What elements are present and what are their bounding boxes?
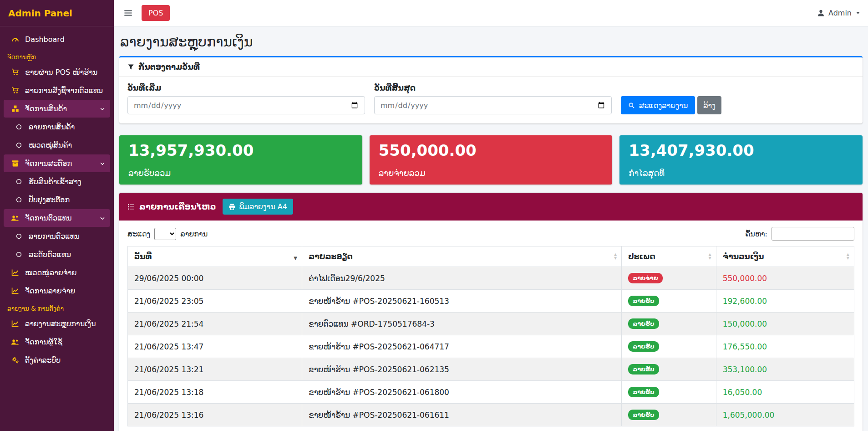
date-filter-card: ກັ່ນຕອງຕາມວັນທີ່ ວັນທີ່ເລີ່ມ ວັນທີ່ສິ້ນສ… xyxy=(119,56,863,123)
column-header-type[interactable]: ປະເພດ ▲▼ xyxy=(622,246,716,267)
sort-icon: ▲▼ xyxy=(614,253,617,260)
sidebar-item[interactable]: ລະດັບຕົວແທນ xyxy=(4,246,110,263)
show-report-button[interactable]: ສະແດງລາຍງານ xyxy=(621,96,695,114)
cell-detail: ຂາຍໜ້າຮ້ານ #POS-20250621-062135 xyxy=(302,358,622,381)
stat-card-total-expense: 550,000.00ລາຍຈ່າຍລວມ xyxy=(370,135,613,185)
start-date-input[interactable] xyxy=(127,96,365,114)
filter-title: ກັ່ນຕອງຕາມວັນທີ່ xyxy=(138,62,200,72)
sidebar-item-label: ຕັ້ງຄ່າລະບົບ xyxy=(25,356,61,364)
stat-value: 550,000.00 xyxy=(379,142,604,159)
end-date-group: ວັນທີ່ສິ້ນສຸດ xyxy=(374,83,612,114)
cell-type: ລາຍຮັບ xyxy=(622,290,716,313)
users-icon xyxy=(9,339,21,346)
chart-icon xyxy=(9,269,21,277)
content: ລາຍງານສະຫຼຸບການເງິນ ກັ່ນຕອງຕາມວັນທີ່ ວັນ… xyxy=(114,26,868,431)
cell-type: ລາຍຈ່າຍ xyxy=(622,267,716,290)
cell-amount: 1,605,000.00 xyxy=(716,404,854,426)
circle-icon xyxy=(13,233,25,240)
sidebar-item[interactable]: ລາຍການສິນຄ້າ xyxy=(4,118,110,136)
cell-date: 21/06/2025 21:54 xyxy=(128,313,302,335)
cell-amount: 192,600.00 xyxy=(716,290,854,313)
column-header-amount[interactable]: ຈຳນວນເງິນ ▲▼ xyxy=(716,246,854,267)
table-header-row: ວັນທີ່ ▲▼ ລາຍລະອຽດ ▲▼ ປະເພດ ▲▼ xyxy=(128,246,854,267)
sidebar-item[interactable]: ໝວດໝູ່ສິນຄ້າ xyxy=(4,136,110,154)
gears-icon xyxy=(9,356,21,364)
sidebar-item[interactable]: ຈັດການສິນຄ້າ xyxy=(4,100,110,118)
sidebar-item[interactable]: ຈັດການລາຍຈ່າຍ xyxy=(4,282,110,300)
sidebar-item[interactable]: Dashboard xyxy=(4,31,110,48)
type-badge: ລາຍຮັບ xyxy=(628,318,659,329)
circle-icon xyxy=(13,123,25,130)
sidebar-item[interactable]: ຂາຍຜ່ານ POS ໜ້າຮ້ານ xyxy=(4,63,110,81)
activity-card: ລາຍການເຄື່ອນໄຫວ ພິມລາຍງານ A4 ສະແດງ xyxy=(119,193,863,431)
hamburger-icon xyxy=(124,9,132,17)
sort-icon: ▲▼ xyxy=(847,253,849,260)
end-date-input[interactable] xyxy=(374,96,612,114)
sidebar-item[interactable]: ຈັດການຕົວແທນ xyxy=(4,209,110,227)
table-card-body: ສະແດງ ລາຍການ ຄົ້ນຫາ: xyxy=(119,221,863,431)
start-date-label: ວັນທີ່ເລີ່ມ xyxy=(127,83,365,92)
cell-detail: ຂາຍໜ້າຮ້ານ #POS-20250621-160513 xyxy=(302,290,622,313)
sidebar-item-label: ຈັດການຜູ້ໃຊ້ xyxy=(25,338,62,346)
cell-amount: 550,000.00 xyxy=(716,267,854,290)
printer-icon xyxy=(228,203,236,210)
table-search-control: ຄົ້ນຫາ: xyxy=(745,227,854,241)
page-title: ລາຍງານສະຫຼຸບການເງິນ xyxy=(120,34,862,50)
cell-date: 29/06/2025 00:00 xyxy=(128,267,302,290)
cell-amount: 353,100.00 xyxy=(716,358,854,381)
end-date-label: ວັນທີ່ສິ້ນສຸດ xyxy=(374,83,612,92)
sidebar-item-label: ໝວດໝູ່ສິນຄ້າ xyxy=(29,141,72,149)
cell-date: 21/06/2025 13:16 xyxy=(128,404,302,426)
chart-icon xyxy=(9,320,21,328)
list-icon xyxy=(127,203,135,210)
sidebar-item[interactable]: ລາຍການຕົວແທນ xyxy=(4,227,110,245)
cell-type: ລາຍຮັບ xyxy=(622,313,716,335)
sidebar-item-label: ຮັບສິນຄ້າເຂົ້າສາງ xyxy=(29,177,81,186)
menu-toggle-button[interactable] xyxy=(122,7,134,19)
sidebar-item-label: ລາຍການຕົວແທນ xyxy=(29,232,80,241)
brand[interactable]: Admin Panel xyxy=(0,0,114,26)
chevron-down-icon xyxy=(99,215,106,221)
sidebar-item[interactable]: ຮັບສິນຄ້າເຂົ້າສາງ xyxy=(4,173,110,190)
sidebar-item[interactable]: ລາຍການສັ່ງຊື້ຈາກຕົວແທນ xyxy=(4,82,110,99)
chevron-down-icon xyxy=(99,160,106,167)
cell-amount: 150,000.00 xyxy=(716,313,854,335)
sidebar-item[interactable]: ຕັ້ງຄ່າລະບົບ xyxy=(4,351,110,369)
box-icon xyxy=(9,159,21,167)
cell-detail: ຂາຍໜ້າຮ້ານ #POS-20250621-061611 xyxy=(302,404,622,426)
user-menu[interactable]: Admin xyxy=(817,9,860,17)
filter-card-body: ວັນທີ່ເລີ່ມ ວັນທີ່ສິ້ນສຸດ ສະແດງລາຍງານ xyxy=(119,77,863,123)
sidebar-item[interactable]: ໝວດໝູ່ລາຍຈ່າຍ xyxy=(4,264,110,282)
pos-button[interactable]: POS xyxy=(142,5,170,21)
column-header-detail[interactable]: ລາຍລະອຽດ ▲▼ xyxy=(302,246,622,267)
filter-actions: ສະແດງລາຍງານ ລ້າງ xyxy=(621,96,721,114)
sidebar-item-label: ຈັດການສະຕ໊ອກ xyxy=(25,159,72,168)
sidebar-item[interactable]: ຈັດການຜູ້ໃຊ້ xyxy=(4,333,110,351)
page-length-select[interactable] xyxy=(154,228,176,240)
stats-row: 13,957,930.00ລາຍຮັບລວມ550,000.00ລາຍຈ່າຍລ… xyxy=(119,135,863,185)
main-column: POS Admin ລາຍງານສະຫຼຸບການເງິນ ກັ່ນຕອງຕາມ… xyxy=(114,0,868,431)
start-date-group: ວັນທີ່ເລີ່ມ xyxy=(127,83,365,114)
sidebar-item-label: ຈັດການສິນຄ້າ xyxy=(25,104,67,113)
type-badge: ລາຍຈ່າຍ xyxy=(628,273,662,283)
cell-detail: ຂາຍໜ້າຮ້ານ #POS-20250621-061800 xyxy=(302,381,622,404)
sidebar-item[interactable]: ລາຍງານສະຫຼຸບການເງິນ xyxy=(4,315,110,333)
table-row: 21/06/2025 21:54ຂາຍຕົວແທນ #ORD-175051768… xyxy=(128,313,854,335)
table-search-input[interactable] xyxy=(772,227,854,241)
print-report-button[interactable]: ພິມລາຍງານ A4 xyxy=(223,199,293,215)
sidebar-item[interactable]: ຈັດການສະຕ໊ອກ xyxy=(4,154,110,172)
circle-icon xyxy=(13,196,25,203)
table-row: 21/06/2025 13:16ຂາຍໜ້າຮ້ານ #POS-20250621… xyxy=(128,404,854,426)
cell-detail: ຂາຍໜ້າຮ້ານ #POS-20250621-064717 xyxy=(302,335,622,358)
activity-title: ລາຍການເຄື່ອນໄຫວ xyxy=(127,202,216,211)
user-icon xyxy=(817,9,825,17)
topbar: POS Admin xyxy=(114,0,868,26)
clear-button[interactable]: ລ້າງ xyxy=(697,96,721,114)
show-label: ສະແດງ xyxy=(127,230,150,238)
stat-label: ລາຍຈ່າຍລວມ xyxy=(379,168,604,178)
circle-icon xyxy=(13,142,25,149)
column-header-date[interactable]: ວັນທີ່ ▲▼ xyxy=(128,246,302,267)
type-badge: ລາຍຮັບ xyxy=(628,364,659,375)
sidebar-item[interactable]: ປັບປຸງສະຕ໊ອກ xyxy=(4,191,110,209)
sidebar-item-label: ໝວດໝູ່ລາຍຈ່າຍ xyxy=(25,268,76,277)
